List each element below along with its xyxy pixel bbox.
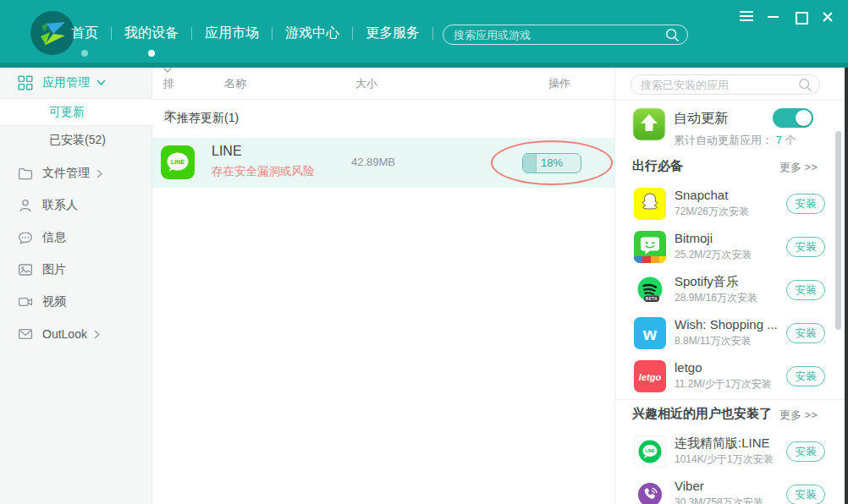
search-icon[interactable]: [798, 78, 812, 92]
image-icon: [18, 262, 33, 277]
install-button[interactable]: 安装: [786, 366, 825, 386]
summary-prefix: 累计自动更新应用：: [674, 134, 773, 146]
sidebar-item-messages[interactable]: 信息: [0, 222, 152, 254]
installed-search-box: [630, 74, 820, 95]
install-button[interactable]: 安装: [786, 237, 825, 257]
sidebar-item-installed[interactable]: 已安装(52): [0, 126, 152, 154]
table-row[interactable]: LINE LINE 存在安全漏洞或风险 42.89MB 18%: [152, 138, 614, 188]
line-lite-icon: LINE: [634, 436, 666, 468]
beta-badge: BETA: [646, 297, 658, 301]
sidebar-item-pictures[interactable]: 图片: [0, 254, 152, 286]
column-header-action: 操作: [548, 68, 570, 100]
spotify-icon: BETA: [634, 274, 666, 306]
sidebar: 应用管理 可更新 已安装(52) 文件管理 联系人: [0, 68, 152, 504]
nav-item-game-center[interactable]: 游戏中心: [285, 24, 339, 42]
installed-search-input[interactable]: [641, 75, 797, 94]
sidebar-item-contacts[interactable]: 联系人: [0, 189, 152, 222]
line-lite-icon-text: LINE: [645, 448, 655, 453]
video-icon: [18, 294, 33, 310]
close-icon[interactable]: [821, 11, 834, 23]
folder-icon: [18, 166, 33, 181]
summary-unit: 个: [785, 134, 796, 146]
sidebar-item-file-management[interactable]: 文件管理: [0, 157, 152, 189]
chevron-down-icon: [96, 79, 106, 86]
app-size: 42.89MB: [351, 156, 395, 168]
more-link[interactable]: 更多 >>: [779, 408, 818, 423]
install-button[interactable]: 安装: [786, 280, 825, 300]
line-icon-text: LINE: [171, 159, 184, 165]
nav-item-more-services[interactable]: 更多服务: [366, 24, 420, 42]
app-list-item: Snapchat 72M/26万次安装 安装: [615, 188, 848, 231]
wish-icon: w: [634, 317, 666, 349]
sidebar-item-label: 信息: [42, 230, 66, 245]
title-bar: 首页 我的设备 应用市场 游戏中心 更多服务: [0, 0, 848, 68]
update-list-panel: 排序 名称 大小 操作 不推荐更新(1) LINE LINE 存在安全漏洞或风险…: [152, 68, 614, 504]
search-icon[interactable]: [665, 28, 680, 42]
nav-label: 首页: [71, 25, 98, 40]
group-title: 不推荐更新(1): [165, 111, 239, 126]
app-logo-icon[interactable]: [30, 10, 75, 56]
sidebar-item-label: OutLook: [42, 327, 87, 341]
nav-active-dot-icon: [148, 50, 155, 57]
main-nav: 首页 我的设备 应用市场 游戏中心 更多服务: [71, 24, 446, 42]
header-search-input[interactable]: [454, 25, 665, 44]
nav-divider: [352, 27, 353, 40]
app-name: 连我精简版:LINE: [675, 436, 785, 452]
install-button[interactable]: 安装: [786, 194, 825, 214]
sidebar-item-videos[interactable]: 视频: [0, 286, 152, 318]
app-list-item: Viber 30.3M/758万次安装 安装: [615, 479, 848, 504]
sidebar-item-outlook[interactable]: OutLook: [0, 318, 152, 350]
window-controls: [740, 11, 834, 23]
nav-label: 我的设备: [124, 25, 179, 40]
line-app-icon: LINE: [161, 145, 195, 179]
auto-update-toggle[interactable]: [773, 108, 813, 128]
update-progress-button[interactable]: 18%: [522, 153, 581, 173]
message-icon: [18, 230, 33, 245]
progress-percent-label: 18%: [523, 154, 581, 173]
auto-update-title: 自动更新: [674, 110, 728, 128]
column-header-size: 大小: [355, 68, 377, 100]
recommend-panel: 自动更新 累计自动更新应用： 7 个 出行必备 更多 >> Snapchat 7…: [614, 68, 848, 504]
app-list-item: Bitmoji 25.2M/2万次安装 安装: [615, 231, 848, 274]
app-name: Bitmoji: [675, 231, 785, 245]
nav-label: 应用市场: [205, 25, 259, 40]
divider: [615, 399, 848, 400]
sidebar-item-updatable[interactable]: 可更新: [0, 98, 152, 126]
chevron-right-icon: [96, 169, 103, 178]
app-name: Snapchat: [675, 188, 785, 202]
sidebar-item-label: 视频: [42, 294, 66, 310]
summary-count: 7: [776, 134, 782, 146]
sort-control[interactable]: 排序: [163, 68, 172, 74]
person-icon: [18, 198, 33, 213]
maximize-icon[interactable]: [794, 11, 807, 23]
nav-item-my-device[interactable]: 我的设备: [124, 24, 179, 42]
sidebar-item-label: 应用管理: [42, 75, 90, 90]
sidebar-item-label: 图片: [42, 262, 66, 277]
app-list-item: BETA Spotify音乐 28.9M/16万次安装 安装: [615, 274, 848, 317]
bitmoji-icon: [634, 231, 666, 263]
install-button[interactable]: 安装: [786, 441, 825, 462]
install-button[interactable]: 安装: [786, 323, 825, 343]
nav-divider: [432, 27, 433, 40]
window-edge-strip: [845, 68, 848, 504]
sidebar-item-label: 已安装(52): [49, 133, 106, 148]
nav-item-app-market[interactable]: 应用市场: [205, 24, 259, 42]
app-name: Spotify音乐: [675, 274, 785, 290]
minimize-icon[interactable]: [767, 11, 780, 23]
nav-divider: [111, 27, 112, 40]
nav-item-home[interactable]: 首页: [71, 24, 98, 42]
scrollbar-thumb[interactable]: [835, 131, 841, 330]
app-stats: 25.2M/2万次安装: [675, 248, 752, 262]
app-name: LINE: [212, 144, 242, 159]
menu-icon[interactable]: [740, 11, 753, 23]
more-link[interactable]: 更多 >>: [779, 160, 818, 175]
app-window: 首页 我的设备 应用市场 游戏中心 更多服务: [0, 0, 848, 504]
snapchat-icon: [634, 188, 666, 220]
grid-icon: [18, 75, 33, 90]
viber-icon: [634, 479, 666, 504]
app-stats: 72M/26万次安装: [675, 205, 749, 219]
column-header-name: 名称: [224, 68, 246, 100]
sidebar-item-app-management[interactable]: 应用管理: [0, 68, 152, 98]
install-button[interactable]: 安装: [786, 485, 825, 504]
letgo-icon-text: letgo: [639, 372, 662, 382]
